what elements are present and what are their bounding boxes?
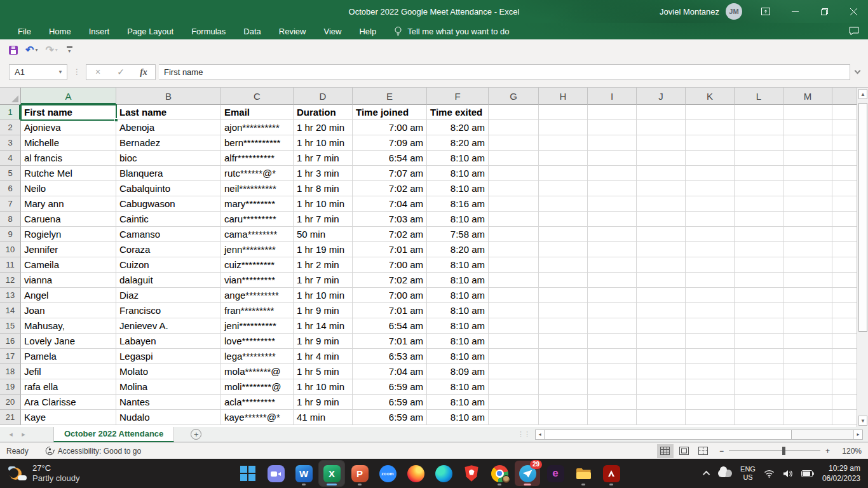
cell-F15[interactable]: 8:10 am — [427, 318, 489, 334]
cell-F11[interactable]: 8:10 am — [427, 257, 489, 273]
cell-I18[interactable] — [588, 364, 637, 379]
cell-G5[interactable] — [489, 166, 539, 181]
column-header-L[interactable]: L — [735, 88, 783, 105]
cell-M14[interactable] — [783, 303, 832, 318]
cell-L4[interactable] — [735, 151, 783, 166]
scroll-down-button[interactable]: ▼ — [858, 416, 867, 426]
cell-B1[interactable]: Last name — [116, 105, 221, 120]
redo-button[interactable]: ↷▾ — [43, 44, 60, 57]
new-sheet-button[interactable]: + — [191, 429, 201, 440]
cell-L20[interactable] — [735, 395, 783, 410]
e-app-app[interactable]: e — [543, 461, 568, 486]
column-header-H[interactable]: H — [539, 88, 588, 105]
cell-F10[interactable]: 8:20 am — [427, 242, 489, 257]
row-number-10[interactable]: 10 — [0, 242, 21, 257]
row-number-1[interactable]: 1 — [0, 105, 21, 120]
ribbon-display-options-button[interactable] — [751, 0, 780, 23]
cell-I7[interactable] — [588, 196, 637, 212]
cell-C11[interactable]: cuiz********* — [221, 257, 294, 273]
cell-G20[interactable] — [489, 395, 539, 410]
telegram-app[interactable]: 29 — [515, 461, 540, 486]
cell-I19[interactable] — [588, 379, 637, 395]
vertical-scrollbar-thumb[interactable] — [858, 103, 867, 332]
cell-K8[interactable] — [686, 212, 735, 227]
cell-J1[interactable] — [637, 105, 686, 120]
insert-function-button[interactable]: fx — [132, 67, 155, 78]
cell-I1[interactable] — [588, 105, 637, 120]
cell-stub-18[interactable] — [832, 364, 857, 379]
cell-I14[interactable] — [588, 303, 637, 318]
cell-L17[interactable] — [735, 349, 783, 364]
cell-C17[interactable]: lega********* — [221, 349, 294, 364]
customize-qat-button[interactable]: ▾ — [67, 46, 72, 54]
row-number-5[interactable]: 5 — [0, 166, 21, 181]
row-number-3[interactable]: 3 — [0, 135, 21, 151]
cell-J18[interactable] — [637, 364, 686, 379]
cell-G14[interactable] — [489, 303, 539, 318]
cell-L9[interactable] — [735, 227, 783, 242]
cell-I16[interactable] — [588, 334, 637, 349]
cell-H15[interactable] — [539, 318, 588, 334]
horizontal-scrollbar[interactable]: ◂ ▸ — [535, 430, 863, 440]
cell-M19[interactable] — [783, 379, 832, 395]
column-header-I[interactable]: I — [588, 88, 637, 105]
cell-A10[interactable]: Jennifer — [21, 242, 116, 257]
cell-C4[interactable]: alfr********** — [221, 151, 294, 166]
cell-G10[interactable] — [489, 242, 539, 257]
cell-K10[interactable] — [686, 242, 735, 257]
scroll-up-button[interactable]: ▲ — [858, 89, 867, 99]
cell-M4[interactable] — [783, 151, 832, 166]
sheet-tab-active[interactable]: October 2022 Attendance — [53, 427, 174, 442]
cell-A9[interactable]: Rogielyn — [21, 227, 116, 242]
cell-I2[interactable] — [588, 120, 637, 135]
cell-B3[interactable]: Bernadez — [116, 135, 221, 151]
clock[interactable]: 10:29 am 06/02/2023 — [822, 463, 860, 484]
cell-B9[interactable]: Camanso — [116, 227, 221, 242]
cell-J3[interactable] — [637, 135, 686, 151]
cell-D21[interactable]: 41 min — [294, 410, 353, 425]
save-button[interactable] — [6, 44, 20, 56]
cell-I12[interactable] — [588, 273, 637, 288]
cell-I4[interactable] — [588, 151, 637, 166]
cell-D10[interactable]: 1 hr 19 min — [294, 242, 353, 257]
cell-K7[interactable] — [686, 196, 735, 212]
cell-G7[interactable] — [489, 196, 539, 212]
cell-stub-11[interactable] — [832, 257, 857, 273]
cell-H20[interactable] — [539, 395, 588, 410]
cell-F4[interactable]: 8:10 am — [427, 151, 489, 166]
row-number-20[interactable]: 20 — [0, 395, 21, 410]
cell-H21[interactable] — [539, 410, 588, 425]
cell-L5[interactable] — [735, 166, 783, 181]
cell-K6[interactable] — [686, 181, 735, 196]
cell-I15[interactable] — [588, 318, 637, 334]
cell-M6[interactable] — [783, 181, 832, 196]
cell-stub-17[interactable] — [832, 349, 857, 364]
cell-stub-4[interactable] — [832, 151, 857, 166]
cell-H9[interactable] — [539, 227, 588, 242]
cell-B19[interactable]: Molina — [116, 379, 221, 395]
expand-formula-bar-button[interactable] — [850, 71, 864, 73]
volume-icon[interactable] — [783, 470, 793, 478]
cell-A20[interactable]: Ara Clarisse — [21, 395, 116, 410]
cell-E7[interactable]: 7:04 am — [353, 196, 427, 212]
cell-L7[interactable] — [735, 196, 783, 212]
cell-F5[interactable]: 8:10 am — [427, 166, 489, 181]
cell-C18[interactable]: mola*******@ — [221, 364, 294, 379]
cell-C1[interactable]: Email — [221, 105, 294, 120]
cell-A21[interactable]: Kaye — [21, 410, 116, 425]
cell-D17[interactable]: 1 hr 4 min — [294, 349, 353, 364]
cell-F3[interactable]: 8:20 am — [427, 135, 489, 151]
cell-B12[interactable]: dalaguit — [116, 273, 221, 288]
cell-E12[interactable]: 7:02 am — [353, 273, 427, 288]
cell-A14[interactable]: Joan — [21, 303, 116, 318]
cell-E18[interactable]: 7:04 am — [353, 364, 427, 379]
cell-D7[interactable]: 1 hr 10 min — [294, 196, 353, 212]
column-header-K[interactable]: K — [686, 88, 735, 105]
cell-K5[interactable] — [686, 166, 735, 181]
cell-A11[interactable]: Cameila — [21, 257, 116, 273]
tell-me-box[interactable]: Tell me what you want to do — [394, 26, 509, 36]
cancel-entry-button[interactable]: × — [86, 67, 109, 77]
cell-D4[interactable]: 1 hr 7 min — [294, 151, 353, 166]
name-box-dropdown-icon[interactable]: ▾ — [54, 69, 67, 75]
cell-E13[interactable]: 7:00 am — [353, 288, 427, 303]
